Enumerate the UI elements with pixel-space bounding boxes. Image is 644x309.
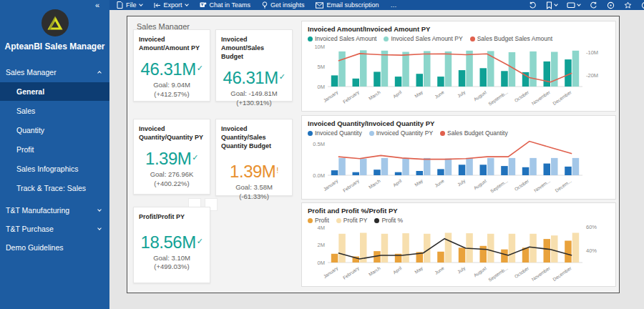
- bar[interactable]: [445, 52, 452, 87]
- legend-item[interactable]: Invoiced Sales Amount: [308, 35, 376, 42]
- bar[interactable]: [445, 233, 452, 263]
- sidebar-item-general[interactable]: General: [0, 82, 109, 101]
- bar[interactable]: [437, 252, 444, 263]
- bar[interactable]: [338, 234, 346, 263]
- line-series[interactable]: [338, 239, 572, 259]
- kpi-card-invoiced-quantity-budget[interactable]: Invoiced Quantity/Sales Quantity Budget …: [215, 119, 293, 196]
- email-subscription-button[interactable]: Email subscription: [316, 1, 379, 9]
- chart-plot[interactable]: 0.5M0.0MJanuaryFebruaryMarchAprilMayJune…: [308, 137, 611, 197]
- bar[interactable]: [551, 158, 558, 175]
- bar[interactable]: [374, 170, 381, 175]
- bar[interactable]: [480, 68, 487, 87]
- kpi-card-invoiced-amount-py[interactable]: Invoiced Amount/Amount PY 46.31M✓ Goal: …: [133, 29, 210, 102]
- file-menu[interactable]: File: [117, 1, 142, 9]
- bar[interactable]: [501, 250, 508, 263]
- bar[interactable]: [530, 158, 537, 175]
- bar[interactable]: [565, 167, 572, 175]
- refresh-button[interactable]: [590, 1, 597, 9]
- bar[interactable]: [572, 233, 580, 263]
- sidebar-item-demo-guidelines[interactable]: Demo Guidelines: [0, 238, 109, 257]
- sidebar-section-sales-manager[interactable]: Sales Manager: [0, 63, 109, 82]
- chart-invoiced-quantity[interactable]: Invoiced Quantity/Invoiced Quantity PY I…: [301, 115, 616, 200]
- bar[interactable]: [480, 165, 487, 175]
- legend-item[interactable]: Profit PY: [336, 217, 368, 224]
- bar[interactable]: [331, 170, 338, 175]
- bar[interactable]: [424, 51, 431, 87]
- bar[interactable]: [530, 52, 537, 87]
- sidebar-item-sales-infographics[interactable]: Sales Infographics: [0, 160, 109, 178]
- bar[interactable]: [360, 159, 367, 175]
- bar[interactable]: [331, 254, 338, 263]
- bar[interactable]: [544, 239, 551, 263]
- line-series[interactable]: [338, 142, 572, 160]
- bar[interactable]: [572, 51, 580, 87]
- chart-plot[interactable]: 4M2M0M60%40%JanuaryFebruaryMarchAprilMay…: [308, 224, 611, 284]
- help-button[interactable]: [641, 1, 644, 9]
- bar[interactable]: [402, 233, 409, 263]
- bar[interactable]: [402, 158, 409, 175]
- bar[interactable]: [445, 159, 452, 175]
- bar[interactable]: [509, 234, 516, 263]
- bar[interactable]: [381, 158, 389, 175]
- legend-item[interactable]: Sales Budget Sales Amount: [470, 35, 552, 42]
- bar[interactable]: [338, 158, 346, 175]
- sidebar-collapse-icon[interactable]: «: [95, 1, 99, 9]
- bar[interactable]: [459, 70, 466, 87]
- bar[interactable]: [544, 164, 551, 175]
- bar[interactable]: [459, 247, 466, 263]
- favorite-button[interactable]: [624, 1, 632, 9]
- sidebar-item-sales[interactable]: Sales: [0, 102, 109, 120]
- bar[interactable]: [338, 52, 346, 87]
- sidebar-section-tt-manufacturing[interactable]: T&T Manufacturing: [0, 201, 109, 220]
- bookmarks-button[interactable]: [546, 1, 557, 9]
- bar[interactable]: [353, 79, 360, 87]
- bar[interactable]: [395, 172, 402, 175]
- bar[interactable]: [544, 62, 551, 87]
- bar[interactable]: [437, 77, 444, 87]
- sidebar-item-profit[interactable]: Profit: [0, 140, 109, 159]
- kpi-card-invoiced-quantity-py[interactable]: Invoiced Quantity/Quantity PY 1.39M✓ Goa…: [133, 119, 210, 195]
- legend-item[interactable]: Invoiced Sales Amount PY: [384, 35, 462, 42]
- legend-item[interactable]: Profit %: [374, 217, 403, 224]
- chart-profit[interactable]: Profit and Profit %/Profit PY ProfitProf…: [301, 202, 616, 287]
- bar[interactable]: [416, 74, 424, 87]
- bar[interactable]: [565, 241, 572, 263]
- bar[interactable]: [360, 50, 367, 87]
- legend-item[interactable]: Invoiced Quantity: [308, 129, 362, 137]
- bar[interactable]: [437, 169, 444, 175]
- bar[interactable]: [416, 171, 424, 175]
- chart-invoiced-amount[interactable]: Invoiced Amount/Invoiced Amount PY Invoi…: [301, 21, 616, 112]
- export-menu[interactable]: Export: [154, 1, 188, 9]
- sidebar-item-track-trace-sales[interactable]: Track & Trace: Sales: [0, 179, 109, 197]
- legend-item[interactable]: Invoiced Quantity PY: [369, 129, 433, 137]
- bar[interactable]: [551, 235, 558, 263]
- bar[interactable]: [402, 52, 409, 87]
- comments-button[interactable]: [607, 1, 615, 9]
- bar[interactable]: [381, 51, 389, 87]
- bar[interactable]: [509, 158, 516, 175]
- sidebar-section-tt-purchase[interactable]: T&T Purchase: [0, 220, 109, 238]
- bar[interactable]: [374, 72, 381, 87]
- more-options-button[interactable]: …: [390, 1, 396, 9]
- line-series[interactable]: [338, 54, 572, 82]
- bar[interactable]: [353, 172, 360, 175]
- bar[interactable]: [424, 234, 431, 263]
- legend-item[interactable]: Sales Budget Quantity: [440, 129, 508, 137]
- bar[interactable]: [381, 234, 389, 263]
- get-insights-button[interactable]: Get insights: [262, 1, 305, 9]
- bar[interactable]: [480, 246, 487, 263]
- view-button[interactable]: [567, 1, 580, 9]
- kpi-card-profit-py[interactable]: Profit/Profit PY 18.56M✓ Goal: 3.10M(+49…: [133, 207, 210, 283]
- bar[interactable]: [395, 77, 402, 87]
- bar[interactable]: [487, 158, 494, 175]
- reset-button[interactable]: [529, 1, 537, 9]
- bar[interactable]: [522, 167, 530, 175]
- chart-plot[interactable]: 10M5M0M-10M-20MJanuaryFebruaryMarchApril…: [308, 42, 611, 108]
- bar[interactable]: [565, 59, 572, 87]
- bar[interactable]: [572, 158, 580, 175]
- bar[interactable]: [424, 158, 431, 175]
- bar[interactable]: [487, 234, 494, 263]
- bar[interactable]: [501, 166, 508, 175]
- sidebar-item-quantity[interactable]: Quantity: [0, 121, 109, 139]
- legend-item[interactable]: Profit: [308, 217, 329, 224]
